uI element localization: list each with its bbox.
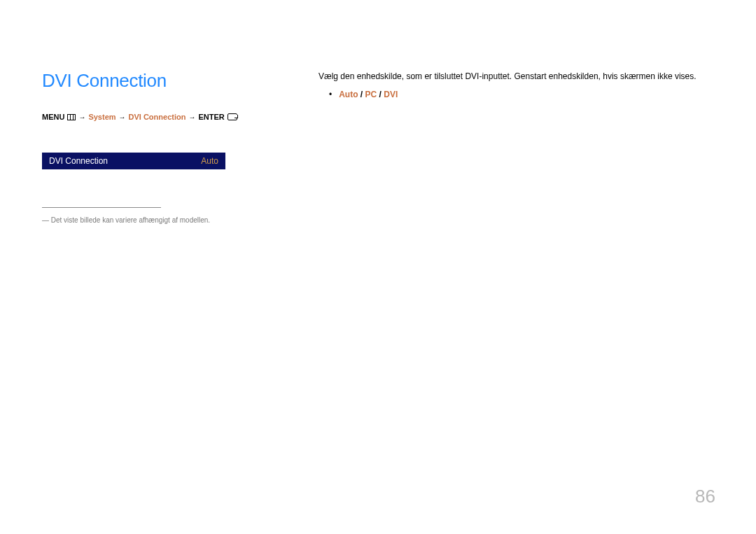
setting-row-dvi-connection: DVI Connection Auto	[42, 153, 225, 169]
footnote-dash: ―	[42, 216, 49, 224]
breadcrumb-dvi: DVI Connection	[129, 113, 186, 121]
page-number: 86	[695, 486, 715, 507]
breadcrumb-arrow: →	[119, 113, 126, 121]
menu-icon	[67, 114, 76, 120]
breadcrumb-arrow: →	[188, 113, 195, 121]
breadcrumb-enter: ENTER	[198, 113, 224, 121]
option-auto: Auto	[339, 90, 358, 99]
enter-icon	[227, 113, 237, 120]
body-text: Vælg den enhedskilde, som er tilsluttet …	[318, 70, 714, 83]
breadcrumb-menu: MENU	[42, 113, 64, 121]
breadcrumb: MENU → System → DVI Connection → ENTER	[42, 113, 284, 121]
right-column: Vælg den enhedskilde, som er tilsluttet …	[318, 70, 714, 99]
bullet-icon: •	[329, 90, 332, 99]
footnote-text: Det viste billede kan variere afhængigt …	[51, 216, 210, 224]
left-column: DVI Connection MENU → System → DVI Conne…	[42, 70, 284, 224]
breadcrumb-system: System	[88, 113, 115, 121]
page-title: DVI Connection	[42, 70, 284, 92]
divider	[42, 207, 161, 208]
options-text: Auto / PC / DVI	[339, 90, 398, 99]
breadcrumb-arrow: →	[78, 113, 85, 121]
setting-label: DVI Connection	[42, 153, 189, 169]
setting-value: Auto	[189, 153, 225, 169]
footnote-block: ― Det viste billede kan variere afhængig…	[42, 207, 284, 224]
footnote: ― Det viste billede kan variere afhængig…	[42, 216, 284, 224]
option-sep: /	[377, 90, 384, 99]
options-list: • Auto / PC / DVI	[318, 90, 714, 99]
manual-page: DVI Connection MENU → System → DVI Conne…	[0, 0, 756, 534]
option-pc: PC	[365, 90, 377, 99]
option-sep: /	[358, 90, 365, 99]
option-dvi: DVI	[384, 90, 398, 99]
